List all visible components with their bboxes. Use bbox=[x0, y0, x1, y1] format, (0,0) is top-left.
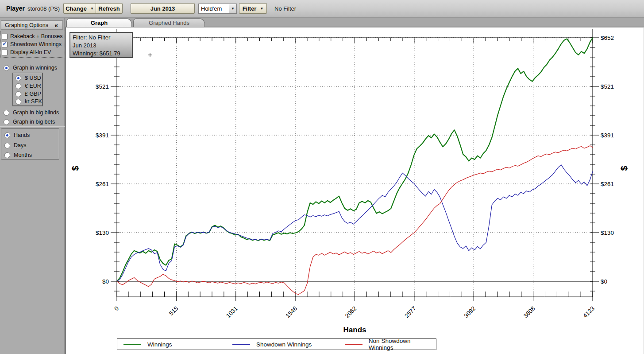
svg-text:$652: $652 bbox=[601, 35, 614, 41]
sidebar-header[interactable]: Graphing Options « bbox=[1, 20, 63, 30]
radio-icon[interactable] bbox=[4, 65, 9, 71]
player-label: Player bbox=[6, 5, 25, 12]
legend-item-non-showdown: Non Showdown Winnings bbox=[345, 338, 436, 351]
checkbox-display-allin-ev[interactable]: Display All-In EV bbox=[2, 49, 51, 55]
radio-graph-in-big-bets[interactable]: Graph in big bets bbox=[4, 119, 55, 125]
checkbox-showdown-winnings[interactable]: Showdown Winnings bbox=[2, 41, 62, 47]
checkbox-rakeback[interactable]: Rakeback + Bonuses bbox=[2, 33, 62, 39]
radio-hands[interactable]: Hands bbox=[4, 132, 30, 138]
svg-text:$521: $521 bbox=[96, 83, 109, 90]
radio-icon[interactable] bbox=[4, 132, 10, 138]
tab-graphed-hands[interactable]: Graphed Hands bbox=[133, 18, 205, 27]
chart-legend: Winnings Showdown Winnings Non Showdown … bbox=[117, 338, 436, 350]
legend-swatch-showdown bbox=[232, 344, 250, 345]
radio-graph-in-big-blinds[interactable]: Graph in big blinds bbox=[4, 109, 59, 116]
radio-days[interactable]: Days bbox=[4, 142, 26, 148]
player-name: storo08 (PS) bbox=[27, 5, 60, 12]
svg-text:1546: 1546 bbox=[284, 305, 298, 319]
dropdown-arrow-icon[interactable]: ▼ bbox=[229, 4, 236, 13]
chevron-down-icon: ▼ bbox=[90, 7, 94, 11]
svg-text:$261: $261 bbox=[96, 181, 109, 187]
chevron-down-icon: ▼ bbox=[260, 7, 263, 11]
svg-text:$0: $0 bbox=[102, 278, 109, 285]
checkbox-icon[interactable] bbox=[2, 34, 8, 39]
svg-text:515: 515 bbox=[168, 305, 180, 317]
legend-item-winnings: Winnings bbox=[117, 341, 232, 348]
svg-text:$521: $521 bbox=[601, 83, 614, 90]
sidebar-divider bbox=[0, 126, 65, 127]
tooltip-filter: Filter: No Filter bbox=[73, 34, 130, 42]
radio-icon[interactable] bbox=[4, 110, 9, 116]
svg-text:3092: 3092 bbox=[463, 305, 477, 319]
radio-sek[interactable]: kr SEK bbox=[15, 98, 42, 105]
tab-graph[interactable]: Graph bbox=[66, 18, 132, 27]
svg-text:$130: $130 bbox=[601, 230, 614, 236]
graphing-options-sidebar: Graphing Options « Rakeback + Bonuses Sh… bbox=[0, 18, 65, 354]
radio-icon[interactable] bbox=[4, 152, 10, 158]
svg-text:$: $ bbox=[619, 166, 629, 171]
svg-text:2062: 2062 bbox=[344, 305, 358, 319]
legend-item-showdown: Showdown Winnings bbox=[232, 341, 345, 348]
radio-icon[interactable] bbox=[15, 91, 21, 97]
checkbox-icon[interactable] bbox=[2, 50, 8, 55]
svg-text:4123: 4123 bbox=[582, 305, 596, 319]
tooltip-period: Jun 2013 bbox=[73, 42, 130, 50]
change-player-button[interactable]: Change ▼ bbox=[63, 3, 96, 14]
radio-icon[interactable] bbox=[15, 75, 21, 81]
radio-graph-in-winnings[interactable]: Graph in winnings bbox=[4, 65, 57, 71]
svg-text:3608: 3608 bbox=[522, 305, 536, 319]
legend-swatch-non-showdown bbox=[345, 344, 362, 345]
radio-icon[interactable] bbox=[15, 99, 21, 105]
graph-panel: $0$0$130$130$261$261$391$391$521$521$652… bbox=[65, 27, 644, 354]
refresh-button[interactable]: Refresh bbox=[96, 3, 123, 14]
radio-usd[interactable]: $ USD bbox=[15, 75, 41, 81]
svg-text:1031: 1031 bbox=[225, 305, 239, 319]
checkbox-icon[interactable] bbox=[2, 42, 8, 47]
legend-swatch-winnings bbox=[123, 344, 141, 345]
collapse-icon[interactable]: « bbox=[54, 22, 58, 29]
winnings-chart[interactable]: $0$0$130$130$261$261$391$391$521$521$652… bbox=[66, 27, 644, 354]
svg-text:0: 0 bbox=[113, 305, 120, 312]
svg-text:$: $ bbox=[70, 166, 80, 171]
svg-text:2577: 2577 bbox=[403, 305, 417, 319]
svg-text:$391: $391 bbox=[96, 132, 109, 139]
svg-text:$0: $0 bbox=[601, 278, 607, 285]
filter-button[interactable]: Filter ▼ bbox=[239, 3, 267, 14]
radio-gbp[interactable]: £ GBP bbox=[15, 91, 41, 97]
svg-text:$261: $261 bbox=[601, 181, 614, 187]
game-type-value: Hold'em bbox=[199, 4, 229, 13]
radio-months[interactable]: Months bbox=[4, 152, 32, 158]
chart-tooltip: Filter: No Filter Jun 2013 Winnings: $65… bbox=[69, 32, 133, 58]
svg-text:Hands: Hands bbox=[343, 326, 366, 334]
radio-icon[interactable] bbox=[4, 143, 10, 148]
game-type-select[interactable]: Hold'em ▼ bbox=[198, 4, 237, 14]
svg-text:$391: $391 bbox=[601, 132, 614, 139]
filter-status: No Filter bbox=[274, 5, 296, 12]
svg-text:$130: $130 bbox=[96, 230, 109, 236]
radio-icon[interactable] bbox=[4, 119, 9, 125]
date-range-button[interactable]: Jun 2013 bbox=[131, 3, 195, 14]
tooltip-winnings: Winnings: $651.79 bbox=[73, 50, 130, 58]
radio-icon[interactable] bbox=[15, 83, 21, 89]
radio-eur[interactable]: € EUR bbox=[15, 83, 41, 89]
top-toolbar: Player storo08 (PS) Change ▼ Refresh Jun… bbox=[0, 0, 644, 18]
